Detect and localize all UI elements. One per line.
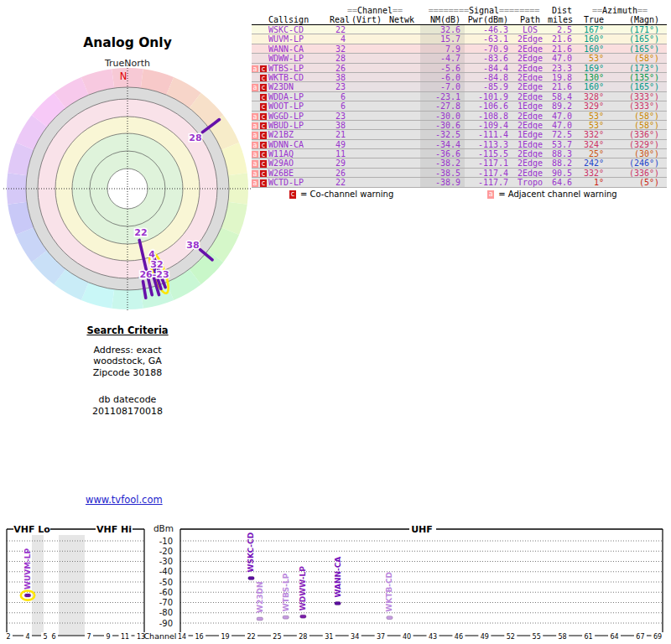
channel-tick-5: 5 [43, 633, 47, 641]
adjacent-warning-cell: a [252, 149, 260, 158]
band-label-vhf-hi: VHF Hi [96, 524, 132, 535]
channel-tick-43: 43 [429, 633, 437, 641]
cell-real-channel: 11 [330, 149, 350, 158]
spectrum-chart: -10-20-30-40-50-60-70-80-90dBmVHF LoVHF … [0, 516, 671, 644]
cell-azimuth-magn: (165°) [608, 44, 663, 53]
unused-spectrum-band [32, 535, 44, 636]
cell-real-channel: 22 [330, 25, 350, 34]
y-tick-label: -70 [159, 598, 173, 607]
cell-azimuth-magn: (171°) [608, 25, 663, 34]
table-row: WUVM-LP415.7-63.12Edge21.6160°(165°) [252, 34, 667, 44]
cell-real-channel: 6 [330, 92, 350, 101]
co-channel-warning-cell: c [260, 130, 268, 138]
cell-miles: 19.8 [548, 73, 576, 81]
cell-network [383, 34, 420, 43]
signal-table: ==Channel==========Signal========Dist==A… [252, 6, 667, 188]
cell-pwr-dbm: -113.3 [465, 140, 512, 148]
table-column-headers: CallsignReal(Virt)NetwkNM(dB)Pwr(dBm)Pat… [252, 15, 667, 25]
cell-network [383, 25, 420, 34]
cell-callsign: WCTD-LP [268, 178, 330, 186]
col-header-miles: miles [548, 15, 576, 24]
channel-tick-58: 58 [559, 633, 567, 641]
cell-callsign: WTBS-LP [268, 64, 330, 72]
channel-tick-6: 6 [51, 633, 55, 641]
cell-real-channel: 26 [330, 64, 350, 72]
cell-real-channel: 6 [330, 101, 350, 110]
cell-pwr-dbm: -115.5 [465, 149, 512, 158]
cell-callsign: W26BE [268, 169, 330, 177]
cell-nm-db: -7.0 [420, 82, 465, 91]
adjacent-channel-warning-icon: a [487, 190, 494, 199]
cell-real-channel: 26 [330, 169, 350, 177]
cell-nm-db: -38.2 [420, 158, 465, 167]
cell-azimuth-magn: (165°) [608, 34, 663, 43]
cell-network [383, 101, 420, 110]
cell-miles: 89.2 [548, 101, 576, 110]
col-header-magn: (Magn) [608, 15, 663, 24]
col-header-netwk: Netwk [383, 15, 420, 24]
radar-label-26-23: 26-23 [139, 269, 169, 280]
col-header-nmdb: NM(dB) [420, 15, 465, 24]
co-channel-warning-cell: c [260, 64, 268, 72]
cell-real-channel: 23 [330, 112, 350, 120]
channel-tick-7: 7 [86, 633, 91, 641]
cell-azimuth-true: 160° [576, 44, 608, 53]
cell-azimuth-magn: (5°) [608, 178, 663, 186]
cell-pwr-dbm: -117.7 [465, 178, 512, 186]
search-address: Address: exact [44, 345, 211, 356]
signal-marker-WUVM-LP [24, 594, 30, 597]
table-row: acW21BZ21-32.5-111.41Edge72.5332°(336°) [252, 130, 667, 139]
co-channel-warning-icon: c [289, 190, 296, 199]
adjacent-warning-cell: a [252, 169, 260, 177]
tvfool-link[interactable]: www.tvfool.com [86, 494, 163, 506]
cell-callsign: WUVM-LP [268, 34, 330, 43]
cell-network [383, 64, 420, 72]
band-label-vhf-lo: VHF Lo [13, 524, 50, 535]
cell-path: 2Edge [512, 64, 548, 72]
cell-real-channel: 23 [330, 82, 350, 91]
adjacent-warning-cell: a [252, 140, 260, 148]
cell-pwr-dbm: -85.9 [465, 82, 512, 91]
table-row: acWCTD-LP22-38.9-117.7Tropo64.61°(5°) [252, 178, 667, 187]
cell-azimuth-true: 53° [576, 121, 608, 129]
table-row: cWDDA-LP6-23.1-101.92Edge58.4328°(333°) [252, 92, 667, 101]
search-criteria: Search Criteria Address: exact woodstock… [44, 325, 211, 378]
cell-real-channel: 22 [330, 178, 350, 186]
signal-marker-W23DN [257, 617, 263, 621]
cell-miles: 88.3 [548, 149, 576, 158]
y-tick-label: -90 [159, 619, 173, 628]
cell-path: 2Edge [512, 54, 548, 62]
cell-miles: 53.7 [548, 140, 576, 148]
datecode-value: 201108170018 [44, 406, 211, 418]
cell-virt-channel [350, 169, 383, 177]
table-row: WDWW-LP28-4.7-83.62Edge47.053°(58°) [252, 54, 667, 63]
cell-network [383, 130, 420, 138]
channel-tick-14: 14 [178, 633, 186, 641]
adjacent-warning-cell [252, 73, 260, 81]
cell-azimuth-magn: (58°) [608, 121, 663, 129]
cell-callsign: WDNN-CA [268, 140, 330, 148]
cell-real-channel: 29 [330, 158, 350, 167]
marker-label-WSKC-CD: WSKC-CD [247, 532, 255, 573]
cell-callsign: W11AQ [268, 149, 330, 158]
table-row: acW11AQ11-36.6-115.52Edge88.325°(30°) [252, 149, 667, 158]
channel-tick-4: 4 [25, 633, 29, 641]
channel-tick-22: 22 [247, 633, 255, 641]
cell-callsign: WKTB-CD [268, 73, 330, 81]
cell-path: 1Edge [512, 101, 548, 110]
search-zip: Zipcode 30188 [44, 367, 211, 379]
cell-path: 2Edge [512, 44, 548, 53]
channel-tick-9: 9 [106, 633, 110, 641]
y-axis-unit: dBm [153, 523, 174, 533]
cell-azimuth-magn: (333°) [608, 92, 663, 101]
adjacent-warning-cell [252, 34, 260, 43]
cell-real-channel: 21 [330, 130, 350, 138]
col-header-virt: (Virt) [350, 15, 383, 24]
cell-nm-db: -36.6 [420, 149, 465, 158]
marker-label-WDWW-LP: WDWW-LP [299, 566, 307, 610]
cell-pwr-dbm: -109.4 [465, 121, 512, 129]
cell-callsign: WDDA-LP [268, 92, 330, 101]
cell-azimuth-true: 53° [576, 112, 608, 120]
cell-path: Tropo [512, 178, 548, 186]
co-channel-warning-cell: c [260, 82, 268, 91]
